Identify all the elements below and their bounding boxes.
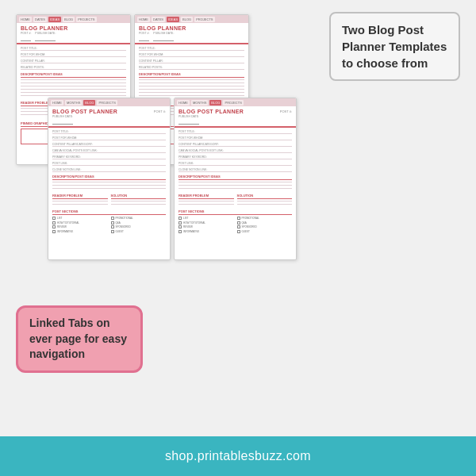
- footer-bar: shop.printablesbuzz.com: [0, 436, 476, 476]
- fp1-line-3: [52, 146, 166, 147]
- check2-guest-label: GUEST: [242, 230, 250, 233]
- fp2-check-col-2: PROMOTIONAL Q&A SPONSORED: [237, 217, 293, 234]
- fp2-line-9: [178, 185, 292, 186]
- checkbox-qa: [111, 221, 114, 225]
- fp1-checkboxes: LIST HOW TO/TUTORIAL REVIEW: [52, 217, 166, 234]
- field-post-num: POST #:: [21, 32, 31, 41]
- check2-list-label: LIST: [183, 217, 188, 220]
- fp2-check-col-1: LIST HOW TO/TUTORIAL REVIEW: [178, 217, 234, 234]
- fp1-check-howto: HOW TO/TUTORIAL: [52, 221, 108, 225]
- check-promo-label: PROMOTIONAL: [116, 217, 133, 220]
- fp1-reader-header: READER PROBLEM: [52, 194, 108, 199]
- checkbox2-sponsored: [237, 225, 240, 228]
- ftab1-months: MONTHS: [65, 100, 82, 106]
- back-page-1-title-area: BLOG PLANNER POST #: PUBLISH DATE:: [17, 23, 130, 44]
- body2-line-9: [139, 92, 244, 93]
- body2-line-1: [139, 50, 244, 51]
- checkbox-review: [52, 225, 56, 228]
- fp1-check-col-2: PROMOTIONAL Q&A SPONSORED: [111, 217, 167, 234]
- fp1-solution-header: SOLUTION: [111, 194, 167, 199]
- publish2-date-line: [153, 35, 174, 41]
- fp2-line-2: [178, 140, 292, 140]
- back-page-2-fields: POST #: PUBLISH DATE:: [139, 32, 244, 41]
- body2-line-8: [139, 89, 244, 90]
- post2-num-line: [139, 35, 149, 41]
- publish-date-line: [35, 35, 56, 41]
- front-post-label: POST #:: [154, 109, 166, 113]
- fp1-line-4: [52, 152, 166, 153]
- publish-line: [52, 118, 73, 125]
- checkbox-sponsored: [111, 225, 114, 228]
- body2-line-10: [139, 95, 244, 96]
- fp1-line-2: [52, 140, 166, 140]
- tab-blog: BLOG: [63, 17, 75, 22]
- ftab2-projects: PROJECTS: [223, 100, 243, 106]
- fp2-desc-header: DESCRIPTION/POST IDEAS: [178, 175, 292, 180]
- body-line-2: [21, 56, 126, 57]
- checkbox-list: [52, 217, 56, 220]
- field2-post-num: POST #:: [139, 32, 149, 41]
- body2-line-5: [139, 79, 244, 80]
- back-page-2-title: BLOG PLANNER: [139, 25, 244, 31]
- front-page-1-body: POST TITLE: POST FOR WHOM: CONTENT PILLA…: [48, 128, 170, 236]
- fp2-reader-line-1: [178, 201, 234, 202]
- fp1-check-review: REVIEW: [52, 225, 108, 228]
- body2-line-6: [139, 83, 244, 83]
- fp1-sol-line-2: [111, 204, 167, 205]
- checkbox2-promo: [237, 217, 240, 220]
- tab2-home: HOME: [137, 17, 150, 22]
- description-text: Two Blog Post Planner Templates to choos…: [342, 23, 447, 70]
- tab-home: HOME: [19, 17, 32, 22]
- fp2-check-review: REVIEW: [178, 225, 234, 228]
- checkbox2-review: [178, 225, 182, 228]
- fp1-check-col-1: LIST HOW TO/TUTORIAL REVIEW: [52, 217, 108, 234]
- side-tab-1: BLOG POST PLANNER: [48, 98, 48, 259]
- ftab1-projects: PROJECTS: [97, 100, 117, 106]
- fp2-sol-line-2: [237, 204, 293, 205]
- publish-date-label: PUBLISH DATE:: [35, 32, 56, 35]
- fp2-line-4: [178, 152, 292, 153]
- field2-publish: PUBLISH DATE:: [178, 115, 199, 125]
- front-page-1: BLOG POST PLANNER HOME MONTHS BLOG PROJE…: [48, 98, 171, 260]
- fp2-sol-line-1: [237, 201, 293, 202]
- fp1-sol-line-1: [111, 201, 167, 202]
- post-num-line: [21, 35, 31, 41]
- fp1-line-5: [52, 159, 166, 159]
- checkbox-informative: [52, 230, 56, 233]
- field-publish: PUBLISH DATE:: [52, 115, 73, 125]
- fp2-check-promotional: PROMOTIONAL: [237, 217, 293, 220]
- fp1-check-guest: GUEST: [111, 230, 167, 233]
- tab-ideas: IDEAS: [48, 17, 61, 22]
- check-qa-label: Q&A: [116, 221, 121, 225]
- tab2-projects: PROJECTS: [194, 17, 214, 22]
- field2-publish-date: PUBLISH DATE:: [153, 32, 174, 41]
- fp1-reader-line-2: [52, 204, 108, 205]
- check2-sponsored-label: SPONSORED: [242, 225, 257, 228]
- fp2-line-8: [178, 182, 292, 182]
- front2-post-label: POST #:: [280, 109, 292, 113]
- front-page-1-title-area: BLOG POST PLANNER POST #: PUBLISH DATE:: [48, 106, 170, 128]
- fp1-post-sections: POST SECTIONS: [52, 209, 166, 215]
- check-sponsored-label: SPONSORED: [116, 225, 131, 228]
- fp1-check-informative: INFORMATIVE: [52, 230, 108, 233]
- body-line-3: [21, 63, 126, 63]
- ftab1-blog: BLOG: [83, 100, 95, 106]
- checkbox2-informative: [178, 230, 182, 233]
- fp2-line-10: [178, 188, 292, 189]
- fp1-line-6: [52, 165, 166, 166]
- fp1-reader-col: READER PROBLEM: [52, 191, 108, 207]
- checkbox-promo: [111, 217, 114, 220]
- fp2-check-list: LIST: [178, 217, 234, 220]
- content-area: Two Blog Post Planner Templates to choos…: [0, 0, 476, 436]
- page-tabs-front-2: HOME MONTHS BLOG PROJECTS: [175, 98, 296, 106]
- back-page-2-title-area: BLOG PLANNER POST #: PUBLISH DATE:: [135, 23, 248, 44]
- check-informative-label: INFORMATIVE: [57, 230, 73, 233]
- fp2-check-guest: GUEST: [237, 230, 293, 233]
- fp2-post-sections: POST SECTIONS: [178, 209, 292, 215]
- checkbox-howto: [52, 221, 56, 225]
- fp1-line-1: [52, 133, 166, 134]
- checkbox2-qa: [237, 221, 240, 225]
- body-line-9: [21, 92, 126, 93]
- check2-informative-label: INFORMATIVE: [183, 230, 199, 233]
- front-page-2-body: POST TITLE: POST FOR WHOM: CONTENT PILLA…: [175, 128, 296, 236]
